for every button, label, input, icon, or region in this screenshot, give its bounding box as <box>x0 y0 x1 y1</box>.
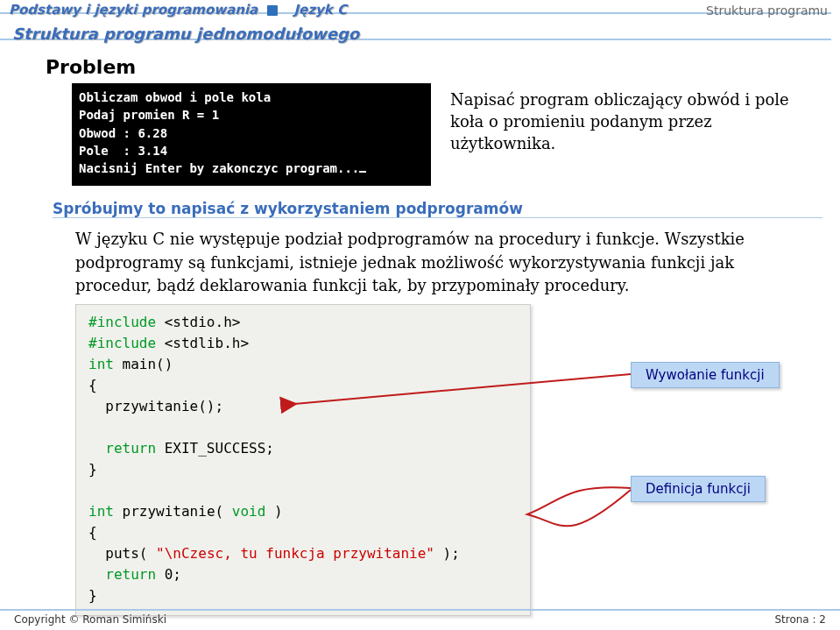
section-heading-row: Spróbujmy to napisać z wykorzystaniem po… <box>0 202 840 223</box>
breadcrumb-level1: Podstawy i języki programowania <box>9 2 278 18</box>
header-context: Struktura programu <box>706 4 828 18</box>
header-row: Podstawy i języki programowania Język C … <box>0 0 840 21</box>
code-token: EXIT_SUCCESS; <box>165 440 274 457</box>
console-line-text: Nacisnij Enter by zakonczyc program... <box>79 161 359 175</box>
code-line: { <box>88 375 521 396</box>
breadcrumb: Podstawy i języki programowania Język C <box>9 2 347 18</box>
console-output: Obliczam obwod i pole kola Podaj promien… <box>72 83 431 186</box>
code-area: #include <stdio.h> #include <stdlib.h> i… <box>75 304 822 616</box>
code-line <box>88 480 521 501</box>
console-line: Nacisnij Enter by zakonczyc program... <box>79 159 424 177</box>
code-token: "\nCzesc, tu funkcja przywitanie" <box>156 545 434 562</box>
code-token: int <box>88 503 114 520</box>
breadcrumb-level2: Język C <box>293 2 346 18</box>
breadcrumb-level1-label: Podstawy i języki programowania <box>9 2 258 18</box>
code-token: void <box>232 503 266 520</box>
problem-description: Napisać program obliczający obwód i pole… <box>450 83 814 155</box>
code-line: przywitanie(); <box>88 396 521 417</box>
code-token: ) <box>274 503 283 520</box>
section-title: Problem <box>46 56 840 78</box>
code-line: int przywitanie( void ) <box>88 501 521 522</box>
code-line: puts( "\nCzesc, tu funkcja przywitanie" … <box>88 543 521 564</box>
code-token: ); <box>443 545 460 562</box>
problem-row: Obliczam obwod i pole kola Podaj promien… <box>72 83 814 186</box>
code-token: return <box>88 440 156 457</box>
code-token: puts( <box>88 545 147 562</box>
footer-page: Strona : 2 <box>774 613 826 626</box>
body-paragraph: W języku C nie występuje podział podprog… <box>75 228 814 296</box>
code-line: } <box>88 585 521 606</box>
console-line: Obwod : 6.28 <box>79 124 424 142</box>
code-listing: #include <stdio.h> #include <stdlib.h> i… <box>75 304 531 616</box>
subtitle-row: Struktura programu jednomodułowego <box>0 21 840 46</box>
code-token: #include <box>88 314 156 330</box>
callout-function-call: Wywołanie funkcji <box>631 362 780 388</box>
code-line: #include <stdlib.h> <box>88 333 521 354</box>
console-line: Pole : 3.14 <box>79 142 424 159</box>
code-token: <stdlib.h> <box>165 335 249 351</box>
code-line: #include <stdio.h> <box>88 312 521 333</box>
code-line <box>88 417 521 438</box>
code-token: int <box>88 356 114 372</box>
callout-function-definition: Definicja funkcji <box>631 476 766 502</box>
code-token: return <box>88 566 156 583</box>
cursor-icon <box>359 171 366 173</box>
code-line: return 0; <box>88 564 521 585</box>
code-token: przywitanie( <box>123 503 224 520</box>
footer: Copyright © Roman Simiński Strona : 2 <box>0 609 840 626</box>
footer-copyright: Copyright © Roman Simiński <box>14 613 166 626</box>
code-line: } <box>88 459 521 480</box>
code-token: 0; <box>165 566 181 583</box>
breadcrumb-bullet-icon <box>267 5 278 16</box>
section-divider <box>53 217 822 218</box>
code-token: #include <box>88 335 156 351</box>
code-line: return EXIT_SUCCESS; <box>88 438 521 459</box>
console-line: Obliczam obwod i pole kola <box>79 88 424 106</box>
code-line: int main() <box>88 354 521 375</box>
page-subtitle: Struktura programu jednomodułowego <box>12 25 359 43</box>
code-token: <stdio.h> <box>165 314 241 330</box>
code-token: main() <box>123 356 173 372</box>
section-heading: Spróbujmy to napisać z wykorzystaniem po… <box>53 200 530 217</box>
brace-icon <box>527 487 631 526</box>
code-line: { <box>88 522 521 543</box>
console-line: Podaj promien R = 1 <box>79 106 424 124</box>
